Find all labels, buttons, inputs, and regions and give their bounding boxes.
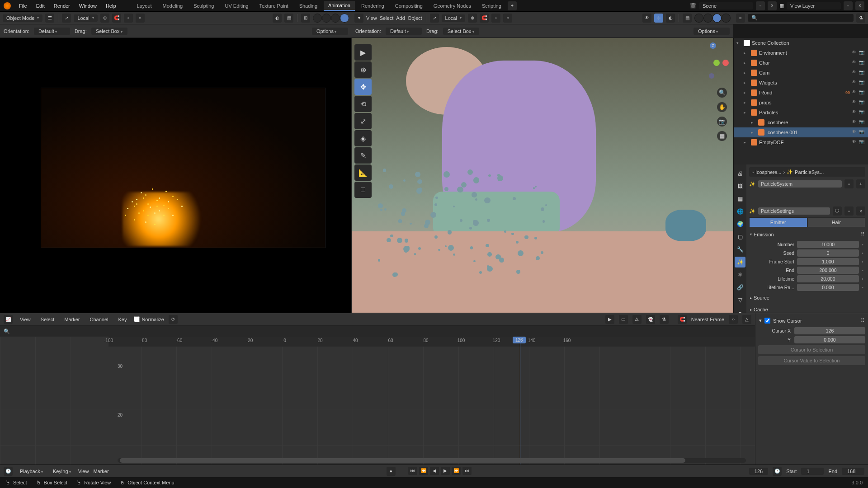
slot-icon[interactable]: ▫ — [844, 179, 854, 188]
timeline-marker-menu[interactable]: Marker — [93, 469, 108, 474]
outliner-scene-collection[interactable]: ▾ Scene Collection — [734, 38, 868, 48]
proportional-icon-2[interactable]: ○ — [503, 14, 512, 23]
prev-key-icon[interactable]: ⏪ — [419, 467, 428, 475]
outliner-item[interactable]: ▸IRond99👁📷 — [734, 88, 868, 98]
add-workspace-button[interactable]: + — [508, 1, 517, 10]
outliner-item[interactable]: ▸Particles👁📷 — [734, 108, 868, 117]
emitter-toggle[interactable]: Emitter — [749, 217, 807, 227]
pivot-icon-2[interactable]: ⊕ — [468, 14, 477, 23]
outliner-item[interactable]: ▸Icosphere.001👁📷 — [734, 127, 868, 137]
new-layer-icon[interactable]: ▫ — [844, 1, 853, 10]
zoom-icon[interactable]: 🔍 — [717, 88, 727, 98]
scene-tab-icon[interactable]: 🌐 — [735, 206, 745, 217]
add-slot-icon[interactable]: + — [856, 179, 865, 188]
graph-canvas[interactable]: -100-80-60-40-20020406080100120140160 30… — [0, 337, 755, 465]
orientation-icon[interactable]: ↗ — [430, 14, 439, 23]
end-frame-input[interactable]: 168 — [842, 468, 864, 475]
timeline-editor-icon[interactable]: 🕐 — [4, 467, 13, 476]
navigation-gizmo[interactable]: Z — [693, 42, 729, 79]
number-input[interactable]: 10000 — [797, 241, 859, 248]
new-settings-icon[interactable]: ▫ — [844, 206, 854, 216]
rendered-shade-2-icon[interactable] — [722, 14, 731, 23]
transform-tool-icon[interactable]: ◈ — [354, 130, 372, 146]
workspace-sculpting[interactable]: Sculpting — [189, 1, 218, 10]
solid-shade-2-icon[interactable] — [703, 14, 712, 23]
playback-menu[interactable]: Playback — [17, 468, 46, 475]
jump-end-icon[interactable]: ⏭ — [462, 467, 472, 475]
constraints-tab-icon[interactable]: 🔗 — [735, 282, 745, 293]
particle-settings-name[interactable]: ParticleSettings — [758, 207, 830, 215]
proportional-icon[interactable]: ○ — [136, 14, 145, 23]
data-tab-icon[interactable]: ▽ — [735, 295, 745, 305]
next-key-icon[interactable]: ⏩ — [452, 467, 461, 475]
graph-view-menu[interactable]: View — [17, 315, 33, 324]
lifetime-input[interactable]: 20.000 — [797, 275, 859, 282]
matprev-shade-2-icon[interactable] — [712, 14, 722, 23]
rotate-tool-icon[interactable]: ⟲ — [354, 96, 372, 112]
overlay-icon-2[interactable]: ◐ — [666, 14, 675, 23]
matprev-shade-icon[interactable] — [331, 14, 340, 23]
source-section[interactable]: Source — [749, 293, 865, 303]
horizontal-scrollbar[interactable] — [118, 458, 746, 463]
graph-editor-type-icon[interactable]: 📈 — [4, 315, 13, 324]
seed-input[interactable]: 0 — [797, 249, 859, 257]
outliner-item[interactable]: ▸Cam👁📷 — [734, 68, 868, 78]
delete-scene-icon[interactable]: × — [768, 1, 777, 10]
drag-handle-icon[interactable]: ⠿ — [861, 231, 864, 237]
workspace-uv[interactable]: UV Editing — [220, 1, 253, 10]
outliner-search-icon[interactable]: 🔍 — [748, 14, 854, 22]
outliner-editor-icon[interactable]: ≡ — [736, 14, 745, 23]
unlink-icon[interactable]: × — [856, 206, 865, 216]
cursor-y-input[interactable]: 0.000 — [794, 336, 865, 343]
orientation-dropdown-2[interactable]: Local — [442, 14, 465, 22]
editor-type-icon[interactable]: ▾ — [354, 14, 363, 23]
preview-range-icon[interactable]: 🕐 — [773, 467, 782, 476]
frame-start-input[interactable]: 1.000 — [797, 258, 859, 265]
workspace-modeling[interactable]: Modeling — [158, 1, 188, 10]
solid-shade-icon[interactable] — [322, 14, 331, 23]
cursor-x-input[interactable]: 126 — [794, 327, 865, 334]
snap-type-icon[interactable]: ▫ — [124, 14, 133, 23]
play-icon[interactable]: ▶ — [441, 467, 450, 475]
outliner-item[interactable]: ▸Char👁📷 — [734, 58, 868, 68]
workspace-geonodes[interactable]: Geometry Nodes — [429, 1, 476, 10]
snap-type-icon-2[interactable]: ▫ — [491, 14, 500, 23]
viewlayer-tab-icon[interactable]: ▦ — [735, 193, 745, 204]
warning-icon[interactable]: ⚠ — [632, 315, 642, 324]
options-dropdown[interactable]: Options — [312, 28, 348, 35]
camera-icon[interactable]: 📷 — [717, 117, 727, 127]
outliner-filter-icon[interactable]: ⚗ — [856, 14, 865, 23]
orientation-value[interactable]: Default — [34, 28, 70, 35]
snap-icon-2[interactable]: 🧲 — [480, 14, 489, 23]
snap-icon[interactable]: 🧲 — [112, 14, 121, 23]
play-reverse-icon[interactable]: ◀ — [430, 467, 439, 475]
drag-value[interactable]: Select Box — [91, 28, 127, 35]
particles-tab-icon[interactable]: ✨ — [735, 257, 745, 267]
menu-window[interactable]: Window — [75, 2, 100, 10]
axis-z-icon[interactable]: Z — [710, 42, 716, 49]
menu-help[interactable]: Help — [102, 2, 120, 10]
world-tab-icon[interactable]: 🌍 — [735, 219, 745, 230]
normalize-checkbox[interactable] — [134, 316, 140, 322]
pivot-icon[interactable]: ⊕ — [100, 14, 109, 23]
select-menu[interactable]: Select — [380, 15, 394, 21]
emission-section[interactable]: Emission⠿ — [749, 229, 865, 239]
graph-key-menu[interactable]: Key — [115, 315, 129, 324]
frame-end-input[interactable]: 200.000 — [797, 267, 859, 274]
drag-value-2[interactable]: Select Box — [443, 28, 479, 35]
physics-tab-icon[interactable]: ⚛ — [735, 269, 745, 280]
cursor-tool-icon[interactable]: ▶ — [605, 315, 614, 324]
rendered-shade-icon[interactable] — [340, 14, 349, 23]
cursor-value-to-selection-button[interactable]: Cursor Value to Selection — [758, 356, 865, 365]
auto-key-icon[interactable]: ● — [387, 467, 396, 476]
render-tab-icon[interactable]: 🖨 — [735, 168, 745, 179]
show-cursor-checkbox[interactable] — [764, 318, 770, 324]
left-viewport-rendered[interactable] — [0, 38, 352, 313]
start-frame-input[interactable]: 1 — [801, 468, 824, 475]
object-menu[interactable]: Object — [408, 15, 422, 21]
workspace-scripting[interactable]: Scripting — [477, 1, 506, 10]
jump-start-icon[interactable]: ⏮ — [408, 467, 417, 475]
nearest-frame-dropdown[interactable]: Nearest Frame — [691, 317, 724, 322]
filter-icon[interactable]: ⚗ — [660, 315, 669, 324]
wireframe-shade-icon[interactable] — [313, 14, 322, 23]
